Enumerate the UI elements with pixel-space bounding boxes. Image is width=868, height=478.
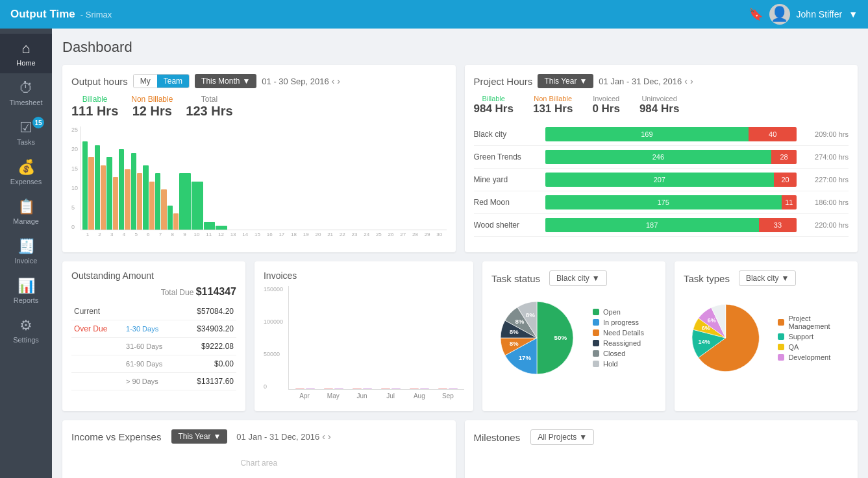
- task-types-title: Task types: [684, 273, 730, 284]
- project-hours-title: Project Hours: [474, 76, 533, 87]
- pie-label: 6%: [708, 317, 716, 324]
- total-value: 123 Hrs: [186, 104, 232, 119]
- row-label: [71, 338, 123, 355]
- legend-color: [778, 344, 784, 350]
- sidebar-item-label: Home: [16, 59, 35, 67]
- prev-period-arrow[interactable]: ‹: [332, 76, 335, 86]
- billable-label: Billable: [71, 95, 118, 104]
- task-status-card: Task status Black city ▼ 50%17%8%8%8%8% …: [482, 261, 665, 411]
- tasks-badge: 15: [32, 117, 44, 128]
- sidebar-item-manage[interactable]: 📋 Manage: [0, 192, 52, 232]
- project-hours-row: Black city 169 40 209:00 hrs: [474, 123, 849, 146]
- total-label: Total: [186, 95, 232, 104]
- project-hours-list: Black city 169 40 209:00 hrs Green Trend…: [474, 123, 849, 237]
- bookmark-icon[interactable]: 🔖: [749, 7, 763, 21]
- next-arrow[interactable]: ›: [328, 431, 331, 442]
- legend-label: Closed: [603, 350, 625, 357]
- task-types-header: Task types Black city ▼: [684, 270, 849, 286]
- my-toggle[interactable]: My: [134, 75, 157, 88]
- legend-item: Support: [778, 333, 849, 341]
- settings-icon: ⚙: [19, 317, 32, 334]
- days-label: > 90 Days: [123, 373, 180, 390]
- outstanding-card: Outstanding Amount Total Due $114347 Cur…: [62, 261, 245, 411]
- chevron-down-icon: ▼: [579, 433, 587, 442]
- sidebar-item-label: Expenses: [10, 178, 42, 185]
- paid-bar: [410, 388, 419, 389]
- project-hours: 220:00 hrs: [803, 221, 849, 229]
- legend-label: Project Management: [788, 315, 849, 330]
- task-status-pie: 50%17%8%8%8%8% OpenIn progressNeed Detai…: [491, 293, 656, 383]
- chevron-down-icon: ▼: [592, 274, 600, 283]
- next-period-arrow[interactable]: ›: [337, 76, 340, 86]
- sidebar-item-tasks[interactable]: 15 ☑ Tasks: [0, 113, 52, 152]
- sidebar-item-label: Reports: [14, 296, 39, 304]
- paid-bar: [295, 388, 304, 389]
- legend-item: Reassigned: [593, 339, 644, 347]
- output-date-range: 01 - 30 Sep, 2016 ‹ ›: [262, 76, 340, 86]
- sidebar-item-home[interactable]: ⌂ Home: [0, 34, 52, 73]
- income-period-dropdown[interactable]: This Year ▼: [171, 429, 227, 444]
- paid-bar: [438, 388, 447, 389]
- milestones-card: Milestones All Projects ▼: [465, 420, 858, 478]
- amount-value: $0.00: [180, 355, 236, 373]
- legend-item: Closed: [593, 350, 644, 357]
- milestones-title: Milestones: [474, 432, 521, 443]
- billable-bar: 207: [545, 173, 775, 187]
- sidebar-item-timesheet[interactable]: ⏱ Timesheet: [0, 73, 52, 113]
- task-status-dropdown[interactable]: Black city ▼: [549, 270, 607, 286]
- sidebar-item-invoice[interactable]: 🧾 Invoice: [0, 232, 52, 271]
- ph-uninvoiced-value: 984 Hrs: [639, 102, 679, 115]
- prev-period-arrow[interactable]: ‹: [684, 76, 688, 86]
- legend-color: [778, 354, 784, 361]
- unpaid-bar: [391, 388, 401, 389]
- sidebar-item-label: Timesheet: [10, 99, 43, 106]
- nonbillable-bar: 28: [771, 150, 797, 164]
- user-dropdown-icon[interactable]: ▼: [849, 9, 858, 19]
- ph-billable-label: Billable: [474, 95, 514, 102]
- amount-value: $34903.20: [180, 320, 236, 338]
- pie-label: 8%: [510, 328, 519, 335]
- project-period-dropdown[interactable]: This Year ▼: [538, 74, 593, 88]
- legend-label: Reassigned: [603, 339, 641, 347]
- outstanding-row: Current $57084.20: [71, 303, 236, 320]
- income-expenses-title: Income vs Expenses: [71, 431, 161, 442]
- nonbillable-bar: 33: [759, 218, 797, 232]
- task-status-title: Task status: [491, 273, 540, 284]
- nonbillable-value: 12 Hrs: [131, 104, 173, 119]
- prev-arrow[interactable]: ‹: [322, 431, 325, 442]
- pie-label: 17%: [519, 354, 532, 361]
- outstanding-row: 61-90 Days $0.00: [71, 355, 236, 373]
- pie-label: 8%: [515, 318, 524, 325]
- team-toggle[interactable]: Team: [157, 75, 189, 88]
- nonbillable-bar: 11: [782, 195, 797, 209]
- task-types-dropdown[interactable]: Black city ▼: [739, 270, 797, 286]
- period-dropdown[interactable]: This Month ▼: [195, 74, 256, 88]
- legend-color: [778, 333, 784, 340]
- sidebar-item-settings[interactable]: ⚙ Settings: [0, 311, 52, 350]
- output-bar-chart: 25 20 15 10 5 0 123456789101112131415161…: [71, 126, 447, 243]
- milestones-dropdown[interactable]: All Projects ▼: [530, 429, 594, 445]
- project-name: Green Trends: [474, 152, 539, 161]
- sidebar-item-expenses[interactable]: 💰 Expenses: [0, 152, 52, 192]
- income-expenses-card: Income vs Expenses This Year ▼ 01 Jan - …: [62, 420, 456, 478]
- project-hours: 209:00 hrs: [803, 130, 849, 138]
- paid-bar: [353, 388, 362, 389]
- avatar: 👤: [769, 4, 790, 25]
- topbar-left: Output Time - Srimax: [10, 8, 112, 21]
- unpaid-bar: [449, 388, 458, 389]
- outstanding-row: Over Due 1-30 Days $34903.20: [71, 320, 236, 338]
- legend-label: Open: [603, 308, 621, 316]
- my-team-toggle[interactable]: My Team: [133, 74, 190, 88]
- sidebar-item-reports[interactable]: 📊 Reports: [0, 271, 52, 311]
- ph-billable-value: 984 Hrs: [474, 102, 514, 115]
- legend-label: QA: [788, 343, 799, 351]
- billable-value: 111 Hrs: [71, 104, 118, 119]
- task-status-legend: OpenIn progressNeed DetailsReassignedClo…: [593, 308, 644, 368]
- ph-nonbillable-metric: Non Billable 131 Hrs: [533, 95, 573, 115]
- output-metrics: Billable 111 Hrs Non Billable 12 Hrs Tot…: [71, 95, 447, 119]
- chevron-down-icon: ▼: [579, 77, 587, 86]
- project-hours-row: Red Moon 175 11 186:00 hrs: [474, 191, 849, 214]
- content-area: Dashboard Output hours My Team This Mont…: [52, 29, 868, 478]
- next-period-arrow[interactable]: ›: [690, 76, 693, 86]
- project-date-range: 01 Jan - 31 Dec, 2016 ‹ ›: [599, 76, 693, 86]
